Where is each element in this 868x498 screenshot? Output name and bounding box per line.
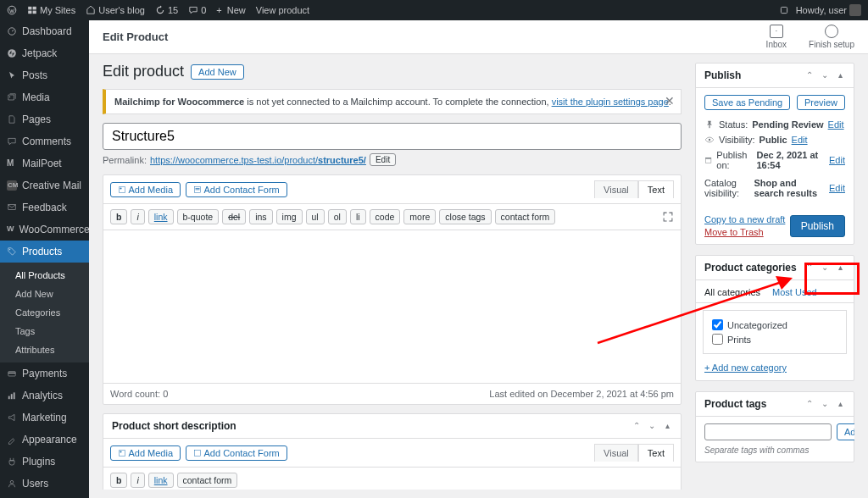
sidebar-item-tools[interactable]: Tools <box>0 495 89 498</box>
product-title-input[interactable] <box>103 123 682 150</box>
edit-date-link[interactable]: Edit <box>829 155 845 165</box>
notice-link[interactable]: visit the plugin settings page <box>552 97 669 107</box>
qt-bquote[interactable]: b-quote <box>177 209 220 224</box>
sidebar-item-woocommerce[interactable]: WWooCommerce <box>0 219 89 241</box>
sidebar-item-dashboard[interactable]: Dashboard <box>0 20 89 42</box>
submenu-tags[interactable]: Tags <box>0 322 89 340</box>
move-up-icon[interactable]: ⌃ <box>804 399 815 409</box>
submenu-categories[interactable]: Categories <box>0 303 89 322</box>
sidebar-item-creative-mail[interactable]: CMCreative Mail <box>0 174 89 196</box>
sidebar-item-appearance[interactable]: Appearance <box>0 429 89 451</box>
short-qt-b[interactable]: b <box>110 473 127 488</box>
avatar <box>849 4 861 16</box>
short-qt-i[interactable]: i <box>131 473 144 488</box>
edit-catalog-link[interactable]: Edit <box>829 183 845 193</box>
move-trash-link[interactable]: Move to Trash <box>704 227 785 237</box>
short-add-media-button[interactable]: Add Media <box>110 445 181 461</box>
move-up-icon[interactable]: ⌃ <box>632 421 642 431</box>
add-contact-form-button[interactable]: Add Contact Form <box>186 182 287 197</box>
products-submenu: All Products Add New Categories Tags Att… <box>0 263 89 362</box>
move-up-icon[interactable]: ⌃ <box>804 70 815 80</box>
move-down-icon[interactable]: ⌄ <box>820 70 830 80</box>
move-down-icon[interactable]: ⌄ <box>820 399 830 409</box>
sidebar-item-payments[interactable]: Payments <box>0 362 89 385</box>
qt-code[interactable]: code <box>370 209 401 224</box>
comments-count[interactable]: 0 <box>188 5 206 15</box>
add-tag-button[interactable]: Add <box>837 423 854 440</box>
updates[interactable]: 15 <box>155 5 178 15</box>
qt-i[interactable]: i <box>131 209 144 224</box>
qt-ins[interactable]: ins <box>249 209 272 224</box>
inbox-button[interactable]: Inbox <box>766 25 787 49</box>
publish-button[interactable]: Publish <box>790 215 845 237</box>
fullscreen-icon[interactable] <box>662 211 674 223</box>
sidebar-item-jetpack[interactable]: Jetpack <box>0 42 89 64</box>
qt-contact[interactable]: contact form <box>495 209 556 224</box>
sidebar-item-users[interactable]: Users <box>0 473 89 495</box>
new-content[interactable]: + New <box>216 5 246 15</box>
finish-setup-button[interactable]: Finish setup <box>809 25 854 49</box>
short-qt-link[interactable]: link <box>148 473 174 488</box>
move-up-icon[interactable]: ⌃ <box>804 263 815 273</box>
inbox-label: Inbox <box>766 40 787 49</box>
short-add-contact-button[interactable]: Add Contact Form <box>186 445 287 461</box>
sidebar-item-mailpoet[interactable]: MMailPoet <box>0 152 89 174</box>
edit-permalink-button[interactable]: Edit <box>370 153 396 166</box>
toggle-icon[interactable]: ▴ <box>662 421 672 431</box>
sidebar-item-marketing[interactable]: Marketing <box>0 407 89 429</box>
short-qt-contact[interactable]: contact form <box>177 473 238 488</box>
all-categories-tab[interactable]: All categories <box>704 280 760 302</box>
qt-ol[interactable]: ol <box>328 209 347 224</box>
sidebar-item-pages[interactable]: Pages <box>0 108 89 130</box>
submenu-attributes[interactable]: Attributes <box>0 340 89 359</box>
move-down-icon[interactable]: ⌄ <box>647 421 657 431</box>
text-tab[interactable]: Text <box>638 180 674 198</box>
my-sites[interactable]: My Sites <box>27 5 75 15</box>
qt-li[interactable]: li <box>350 209 366 224</box>
move-down-icon[interactable]: ⌄ <box>820 263 830 273</box>
qt-more[interactable]: more <box>403 209 436 224</box>
qt-b[interactable]: b <box>110 209 127 224</box>
add-new-button[interactable]: Add New <box>191 64 244 80</box>
visual-tab[interactable]: Visual <box>594 180 638 198</box>
howdy[interactable]: Howdy, user <box>796 4 861 16</box>
qt-del[interactable]: del <box>222 209 246 224</box>
cat-uncategorized-checkbox[interactable] <box>712 319 723 330</box>
view-product[interactable]: View product <box>256 5 309 15</box>
edit-status-link[interactable]: Edit <box>828 119 844 130</box>
envelope-icon <box>770 25 783 38</box>
preview-button[interactable]: Preview <box>797 95 845 110</box>
notification-bell[interactable] <box>779 5 789 15</box>
qt-img[interactable]: img <box>276 209 303 224</box>
toggle-icon[interactable]: ▴ <box>835 399 845 409</box>
add-category-link[interactable]: + Add new category <box>704 362 787 373</box>
short-visual-tab[interactable]: Visual <box>594 444 638 462</box>
edit-visibility-link[interactable]: Edit <box>792 135 808 145</box>
qt-ul[interactable]: ul <box>306 209 325 224</box>
sidebar-item-plugins[interactable]: Plugins <box>0 451 89 473</box>
sidebar-item-posts[interactable]: Posts <box>0 64 89 86</box>
toggle-icon[interactable]: ▴ <box>835 263 845 273</box>
permalink-link[interactable]: https://woocommerce.tps-test.io/product/… <box>150 155 366 165</box>
submenu-all-products[interactable]: All Products <box>0 266 89 285</box>
short-text-tab[interactable]: Text <box>638 444 674 462</box>
copy-draft-link[interactable]: Copy to a new draft <box>704 214 785 224</box>
dismiss-icon[interactable]: ✕ <box>664 95 676 107</box>
save-pending-button[interactable]: Save as Pending <box>704 95 790 110</box>
submenu-add-new[interactable]: Add New <box>0 285 89 303</box>
editor-textarea[interactable] <box>103 230 681 383</box>
sidebar-item-feedback[interactable]: Feedback <box>0 196 89 219</box>
toggle-icon[interactable]: ▴ <box>835 70 845 80</box>
sidebar-item-analytics[interactable]: Analytics <box>0 385 89 407</box>
qt-close[interactable]: close tags <box>439 209 491 224</box>
sidebar-item-media[interactable]: Media <box>0 86 89 108</box>
qt-link[interactable]: link <box>148 209 174 224</box>
site-link[interactable]: User's blog <box>86 5 145 15</box>
add-media-button[interactable]: Add Media <box>110 182 181 197</box>
sidebar-item-comments[interactable]: Comments <box>0 130 89 152</box>
sidebar-item-products[interactable]: Products <box>0 241 89 263</box>
cat-prints-checkbox[interactable] <box>712 334 723 345</box>
most-used-tab[interactable]: Most Used <box>772 280 817 302</box>
tags-input[interactable] <box>704 423 832 440</box>
wp-logo[interactable] <box>7 5 17 15</box>
